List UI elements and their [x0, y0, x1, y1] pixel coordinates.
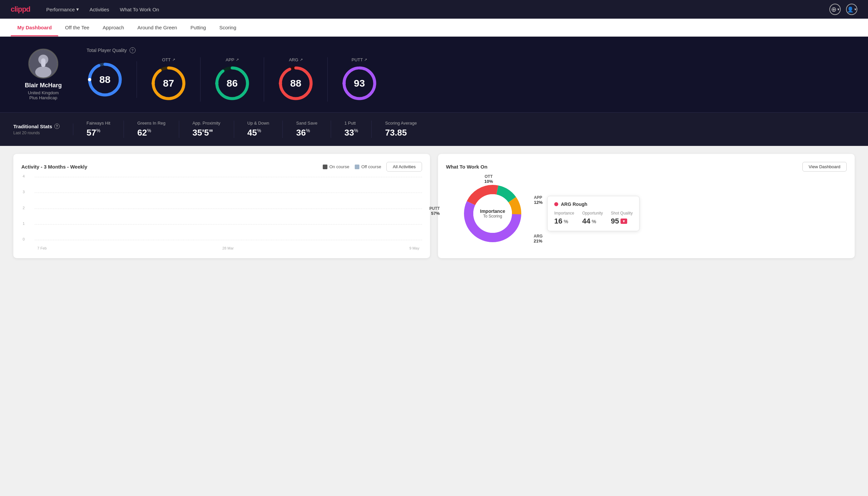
tooltip-metric-importance: Importance 16%: [554, 211, 574, 226]
add-button[interactable]: ⊕▾: [830, 4, 841, 15]
score-label-arg: ARG ↗: [289, 57, 302, 62]
score-card-app: APP ↗ 86: [201, 57, 264, 102]
avatar: [28, 49, 58, 79]
nav-activities[interactable]: Activities: [90, 7, 109, 12]
ott-arrow-icon: ↗: [172, 58, 175, 62]
nav-what-to-work-on[interactable]: What To Work On: [120, 7, 159, 12]
tooltip-title: ARG Rough: [554, 202, 632, 207]
x-labels: 7 Feb 28 Mar 9 May: [35, 246, 422, 250]
stat-scoring-average: Scoring Average 73.85: [372, 121, 430, 138]
tpq-label: Total Player Quality ?: [86, 47, 855, 53]
bars-container: [35, 177, 422, 240]
label-putt: PUTT 57%: [429, 206, 440, 216]
stat-value-greens: 62%: [137, 128, 151, 138]
stat-sand-save: Sand Save 36%: [283, 121, 331, 138]
tab-around-the-green[interactable]: Around the Green: [130, 19, 184, 36]
stat-value-fairways: 57%: [86, 128, 100, 138]
stat-value-updown: 45%: [248, 128, 261, 138]
stat-label-fairways: Fairways Hit: [86, 121, 111, 126]
chevron-down-icon: ▾: [76, 6, 79, 12]
stat-value-sandsave: 36%: [296, 128, 310, 138]
activity-chart-title: Activity - 3 Months - Weekly: [21, 164, 87, 170]
score-value-overall: 88: [99, 74, 110, 85]
stat-up-and-down: Up & Down 45%: [234, 121, 283, 138]
stat-label-proximity: App. Proximity: [192, 121, 221, 126]
stat-fairways-hit: Fairways Hit 57%: [73, 121, 124, 138]
tooltip-dot-icon: [554, 202, 558, 206]
traditional-stats-label: Traditional Stats ? Last 20 rounds: [13, 124, 73, 135]
circle-ott: 87: [150, 65, 187, 102]
trad-stats-help-icon[interactable]: ?: [54, 124, 60, 129]
score-label-app: APP ↗: [225, 57, 238, 62]
donut-chart: Importance To Scoring: [459, 180, 526, 247]
circle-app: 86: [214, 65, 251, 102]
activity-card: Activity - 3 Months - Weekly On course O…: [13, 154, 430, 258]
flag-icon: ▼: [620, 218, 628, 224]
legend-oncourse: On course: [323, 164, 349, 169]
score-value-arg: 88: [290, 78, 301, 89]
stat-app-proximity: App. Proximity 35'5": [179, 121, 234, 138]
all-activities-button[interactable]: All Activities: [386, 162, 422, 172]
chart-area: 4 3 2 1 0 7 Feb 28 Mar 9 May: [21, 177, 422, 250]
score-label-ott: OTT ↗: [162, 57, 175, 62]
tab-bar: My Dashboard Off the Tee Approach Around…: [0, 19, 868, 37]
stat-label-updown: Up & Down: [248, 121, 269, 126]
nav-right: ⊕▾ 👤▾: [830, 4, 857, 15]
circle-overall: 88: [86, 61, 123, 98]
wtwo-title: What To Work On: [446, 164, 487, 170]
tab-approach[interactable]: Approach: [96, 19, 130, 36]
wtwo-card: What To Work On View Dashboard OTT 10% A…: [438, 154, 855, 258]
score-card-ott: OTT ↗ 87: [137, 57, 201, 102]
label-ott: OTT 10%: [484, 174, 493, 184]
player-country: United Kingdom: [28, 90, 59, 95]
score-card-overall: 88: [86, 61, 137, 98]
score-cards: 88 OTT ↗ 87: [86, 57, 855, 102]
stat-1-putt: 1 Putt 33%: [331, 121, 372, 138]
svg-rect-3: [41, 58, 45, 67]
tooltip-metrics: Importance 16% Opportunity 44% Shot Qual…: [554, 211, 632, 226]
app-arrow-icon: ↗: [236, 58, 239, 62]
circle-putt: 93: [341, 65, 378, 102]
svg-point-12: [215, 82, 219, 85]
donut-center: Importance To Scoring: [480, 208, 505, 218]
tab-scoring[interactable]: Scoring: [212, 19, 243, 36]
arg-arrow-icon: ↗: [300, 58, 303, 62]
user-icon-button[interactable]: 👤▾: [846, 4, 857, 15]
player-handicap: Plus Handicap: [29, 95, 57, 100]
tpq-help-icon[interactable]: ?: [129, 47, 136, 53]
svg-point-18: [343, 82, 346, 85]
trad-stats-title: Traditional Stats ?: [13, 124, 60, 129]
tab-putting[interactable]: Putting: [184, 19, 213, 36]
score-value-ott: 87: [163, 78, 174, 89]
tooltip-importance-value: 16%: [554, 217, 568, 226]
svg-point-15: [279, 82, 282, 85]
wtwo-inner: OTT 10% APP 12% ARG 21% PUTT 57%: [446, 177, 847, 250]
stat-value-scoring: 73.85: [385, 128, 407, 138]
bottom-section: Activity - 3 Months - Weekly On course O…: [0, 146, 868, 266]
tab-my-dashboard[interactable]: My Dashboard: [11, 19, 58, 36]
player-name: Blair McHarg: [25, 82, 62, 89]
stat-label-sandsave: Sand Save: [296, 121, 317, 126]
score-card-arg: ARG ↗ 88: [264, 57, 328, 102]
wtwo-card-header: What To Work On View Dashboard: [446, 162, 847, 172]
label-app: APP 12%: [534, 195, 542, 205]
topnav: clippd Performance ▾ Activities What To …: [0, 0, 868, 19]
score-label-putt: PUTT ↗: [352, 57, 367, 62]
legend-dot-offcourse: [355, 165, 359, 169]
view-dashboard-button[interactable]: View Dashboard: [802, 162, 847, 172]
logo[interactable]: clippd: [11, 5, 30, 14]
tooltip-shot-quality-value: 95 ▼: [611, 217, 627, 226]
tab-off-the-tee[interactable]: Off the Tee: [58, 19, 96, 36]
svg-point-9: [152, 82, 155, 85]
stat-value-proximity: 35'5": [192, 128, 213, 138]
nav-performance[interactable]: Performance ▾: [46, 6, 79, 12]
hero-section: Blair McHarg United Kingdom Plus Handica…: [0, 37, 868, 112]
x-label-may: 9 May: [409, 246, 419, 250]
stat-greens-in-reg: Greens In Reg 62%: [124, 121, 179, 138]
putt-arrow-icon: ↗: [364, 58, 367, 62]
stats-bar: Traditional Stats ? Last 20 rounds Fairw…: [0, 112, 868, 146]
stat-value-1putt: 33%: [344, 128, 358, 138]
legend-dot-oncourse: [323, 165, 327, 169]
score-value-putt: 93: [354, 78, 365, 89]
svg-point-2: [35, 66, 52, 78]
